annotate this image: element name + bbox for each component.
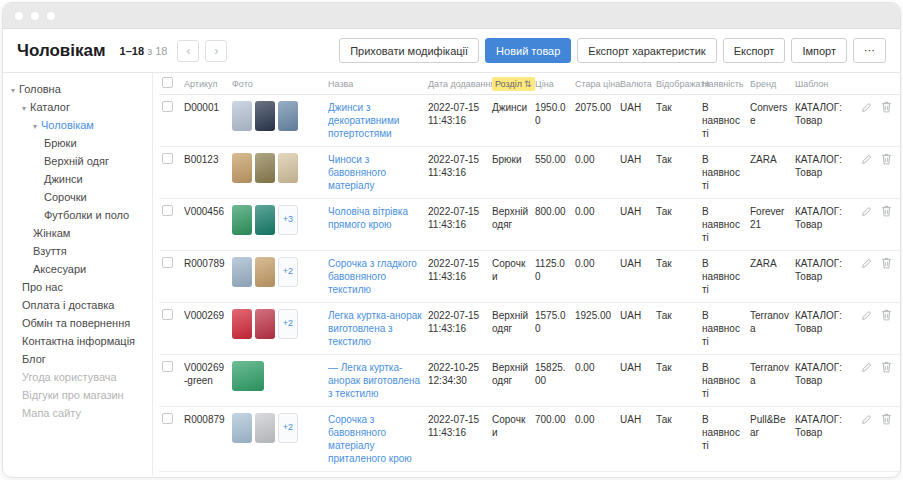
- edit-icon[interactable]: [861, 102, 872, 116]
- edit-icon[interactable]: [861, 206, 872, 220]
- product-photo-thumbnail[interactable]: [278, 153, 298, 183]
- delete-icon[interactable]: [881, 413, 892, 428]
- delete-icon[interactable]: [881, 153, 892, 168]
- sidebar-item[interactable]: Взуття: [7, 242, 148, 260]
- product-photo-thumbnail[interactable]: [255, 257, 275, 287]
- edit-icon[interactable]: [861, 362, 872, 376]
- section-sort-highlight[interactable]: Розділ⇅: [492, 77, 535, 91]
- column-header-section[interactable]: Розділ⇅: [489, 73, 532, 95]
- product-photo-thumbnail[interactable]: [232, 153, 252, 183]
- sidebar-item[interactable]: Брюки: [7, 134, 148, 152]
- export-button[interactable]: Експорт: [723, 38, 786, 63]
- sidebar-item[interactable]: Футболки и поло: [7, 206, 148, 224]
- more-photos-badge[interactable]: +2: [278, 257, 298, 287]
- window-minimize-button[interactable]: [31, 12, 39, 20]
- sidebar-item[interactable]: Мапа сайту: [7, 404, 148, 422]
- column-header-template[interactable]: Шаблон: [792, 73, 858, 95]
- more-actions-button[interactable]: ⋯: [853, 38, 886, 63]
- row-checkbox[interactable]: [162, 361, 173, 372]
- new-product-button[interactable]: Новий товар: [485, 38, 571, 63]
- edit-icon[interactable]: [861, 310, 872, 324]
- product-photo-thumbnail[interactable]: [232, 101, 252, 131]
- sidebar-item-label: Мапа сайту: [22, 407, 81, 419]
- row-checkbox[interactable]: [162, 205, 173, 216]
- sidebar-item[interactable]: Обмін та повернення: [7, 314, 148, 332]
- export-characteristics-button[interactable]: Експорт характеристик: [577, 38, 716, 63]
- product-photo-thumbnail[interactable]: [278, 101, 298, 131]
- product-name-link[interactable]: Чиноси з бавовняного матеріалу: [328, 154, 386, 191]
- column-header-currency[interactable]: Валюта: [617, 73, 653, 95]
- more-photos-badge[interactable]: +2: [278, 309, 298, 339]
- product-photo-thumbnail[interactable]: [255, 413, 275, 443]
- product-photo-thumbnail[interactable]: [232, 413, 252, 443]
- template-cell: КАТАЛОГ: Товар: [792, 407, 858, 472]
- sidebar-item[interactable]: ▾Головна: [7, 80, 148, 98]
- currency-cell: UAH: [617, 407, 653, 472]
- template-cell: КАТАЛОГ: Товар: [792, 472, 858, 477]
- product-photo-thumbnail[interactable]: [255, 205, 275, 235]
- row-checkbox[interactable]: [162, 153, 173, 164]
- column-header-date-added[interactable]: Дата додавання: [425, 73, 489, 95]
- sidebar-item[interactable]: Верхній одяг: [7, 152, 148, 170]
- sidebar-item[interactable]: Угода користувача: [7, 368, 148, 386]
- column-header-article[interactable]: Артикул: [181, 73, 229, 95]
- sidebar-item[interactable]: Відгуки про магазин: [7, 386, 148, 404]
- delete-icon[interactable]: [881, 205, 892, 220]
- product-name-link[interactable]: Сорочка з бавовняного матеріалу притален…: [328, 414, 412, 464]
- sidebar-item[interactable]: Оплата і доставка: [7, 296, 148, 314]
- sidebar-item[interactable]: Аксесуари: [7, 260, 148, 278]
- row-checkbox[interactable]: [162, 257, 173, 268]
- product-name-link[interactable]: — Легка куртка-анорак виготовлена з текс…: [328, 362, 420, 399]
- product-name-link[interactable]: Чоловіча вітрівка прямого крою: [328, 206, 408, 230]
- section-cell: Верхній одяг: [489, 355, 532, 407]
- window-zoom-button[interactable]: [47, 12, 55, 20]
- prev-page-button[interactable]: ‹: [177, 40, 199, 62]
- sort-icon[interactable]: ⇅: [524, 79, 532, 89]
- row-checkbox[interactable]: [162, 309, 173, 320]
- sidebar-item[interactable]: Сорочки: [7, 188, 148, 206]
- product-photo-thumbnail[interactable]: [232, 257, 252, 287]
- column-header-display[interactable]: Відображати: [653, 73, 699, 95]
- delete-icon[interactable]: [881, 309, 892, 324]
- sidebar-item-label: Взуття: [33, 245, 67, 257]
- more-photos-badge[interactable]: +2: [278, 413, 298, 443]
- product-photo-thumbnail[interactable]: [232, 309, 252, 339]
- template-cell: КАТАЛОГ: Товар: [792, 251, 858, 303]
- hide-modifications-button[interactable]: Приховати модифікації: [339, 38, 479, 63]
- window-close-button[interactable]: [15, 12, 23, 20]
- product-photo-thumbnail[interactable]: [255, 309, 275, 339]
- sidebar-item[interactable]: Джинси: [7, 170, 148, 188]
- product-photo-thumbnail[interactable]: [255, 153, 275, 183]
- product-name-link[interactable]: Легка куртка-анорак виготовлена з тексти…: [328, 310, 422, 347]
- sidebar-item[interactable]: Про нас: [7, 278, 148, 296]
- column-header-name[interactable]: Назва: [325, 73, 425, 95]
- next-page-button[interactable]: ›: [205, 40, 227, 62]
- column-header-price[interactable]: Ціна: [532, 73, 572, 95]
- sidebar-item[interactable]: ▾Чоловікам: [7, 116, 148, 134]
- column-header-old-price[interactable]: Стара ціна: [572, 73, 617, 95]
- sidebar-item[interactable]: Жінкам: [7, 224, 148, 242]
- select-all-checkbox[interactable]: [162, 77, 173, 88]
- row-checkbox[interactable]: [162, 101, 173, 112]
- more-photos-badge[interactable]: +3: [278, 205, 298, 235]
- photo-cell: [229, 147, 325, 199]
- sidebar-item[interactable]: Блог: [7, 350, 148, 368]
- product-photo-thumbnail[interactable]: [255, 101, 275, 131]
- column-header-brand[interactable]: Бренд: [747, 73, 792, 95]
- edit-icon[interactable]: [861, 258, 872, 272]
- product-name-link[interactable]: Джинси з декоративними потертостями: [328, 102, 399, 139]
- column-header-availability[interactable]: Наявність: [699, 73, 747, 95]
- sidebar-item[interactable]: Контактна інформація: [7, 332, 148, 350]
- product-photo-thumbnail[interactable]: [232, 205, 252, 235]
- product-name-link[interactable]: Сорочка з гладкого бавовняного текстилю: [328, 258, 417, 295]
- product-photo-thumbnail[interactable]: [232, 361, 264, 391]
- edit-icon[interactable]: [861, 414, 872, 428]
- sidebar-item-label: Брюки: [44, 137, 77, 149]
- edit-icon[interactable]: [861, 154, 872, 168]
- import-button[interactable]: Імпорт: [791, 38, 847, 63]
- delete-icon[interactable]: [881, 257, 892, 272]
- sidebar-item[interactable]: ▾Каталог: [7, 98, 148, 116]
- row-checkbox[interactable]: [162, 413, 173, 424]
- delete-icon[interactable]: [881, 361, 892, 376]
- delete-icon[interactable]: [881, 101, 892, 116]
